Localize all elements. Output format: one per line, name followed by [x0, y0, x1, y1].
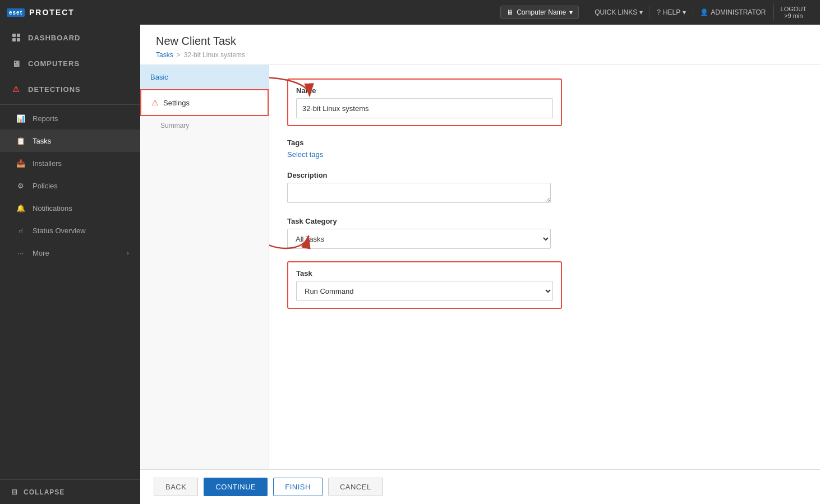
finish-button[interactable]: FINISH	[273, 478, 323, 496]
wizard-footer: BACK CONTINUE FINISH CANCEL	[140, 469, 820, 504]
breadcrumb-separator: >	[177, 51, 181, 59]
sidebar-item-reports[interactable]: 📊 Reports	[0, 107, 140, 130]
description-input[interactable]	[287, 183, 551, 203]
logout-button[interactable]: LOGOUT >9 min	[773, 3, 813, 21]
tags-field-group: Tags Select tags	[287, 138, 802, 159]
continue-button[interactable]: CONTINUE	[204, 478, 268, 496]
wizard-step-summary[interactable]: Summary	[140, 116, 269, 135]
monitor-icon: 🖥	[506, 8, 513, 16]
sidebar-status-label: Status Overview	[33, 226, 86, 235]
task-category-select[interactable]: All Tasks Operating System Security Netw…	[287, 229, 551, 249]
sidebar-collapse-button[interactable]: ⊟ COLLAPSE	[0, 480, 140, 504]
name-label: Name	[296, 86, 553, 95]
detections-icon: ⚠	[11, 84, 21, 94]
topbar: eset PROTECT 🖥 Computer Name ▾ QUICK LIN…	[0, 0, 820, 25]
logout-label: LOGOUT	[781, 6, 807, 12]
task-label: Task	[296, 269, 553, 278]
sidebar-item-detections[interactable]: ⚠ DETECTIONS	[0, 76, 140, 102]
sidebar-policies-label: Policies	[33, 182, 58, 190]
description-label: Description	[287, 171, 802, 179]
user-icon: 👤	[700, 8, 708, 16]
sidebar-more-label: More	[33, 249, 49, 257]
chevron-down-icon: ▾	[639, 8, 643, 16]
sidebar-tasks-label: Tasks	[33, 137, 51, 145]
administrator-label: ADMINISTRATOR	[711, 8, 766, 16]
eset-logo: eset	[7, 8, 25, 17]
sidebar-item-installers[interactable]: 📥 Installers	[0, 152, 140, 174]
page-header: New Client Task Tasks > 32-bit Linux sys…	[140, 25, 820, 65]
sidebar-computers-label: COMPUTERS	[28, 59, 80, 68]
wizard-steps: Basic ⚠ Settings Summary	[140, 65, 269, 469]
help-circle-icon: ?	[657, 8, 661, 16]
status-icon: ⑁	[16, 225, 26, 235]
help-label: HELP	[663, 8, 680, 16]
computers-icon: 🖥	[11, 58, 21, 68]
logo: eset PROTECT	[7, 8, 75, 17]
notifications-icon: 🔔	[16, 203, 26, 213]
description-field-group: Description	[287, 171, 802, 205]
sidebar-item-tasks[interactable]: 📋 Tasks	[0, 130, 140, 152]
breadcrumb-current: 32-bit Linux systems	[184, 51, 245, 59]
name-input[interactable]	[296, 98, 553, 118]
task-select[interactable]: Run Command Software Install Scan Update	[296, 281, 553, 301]
sidebar: DASHBOARD 🖥 COMPUTERS ⚠ DETECTIONS 📊 Rep…	[0, 25, 140, 504]
logout-time: >9 min	[784, 12, 803, 19]
tasks-icon: 📋	[16, 136, 26, 146]
task-category-field-group: Task Category All Tasks Operating System…	[287, 217, 802, 249]
quick-links-button[interactable]: QUICK LINKS ▾	[588, 6, 650, 19]
more-arrow-icon: ›	[127, 249, 129, 256]
wizard-step-basic-label: Basic	[150, 73, 168, 81]
collapse-icon: ⊟	[11, 488, 18, 496]
sidebar-installers-label: Installers	[33, 159, 62, 168]
wizard-step-basic[interactable]: Basic	[140, 65, 269, 89]
wizard-step-arrow	[262, 70, 269, 85]
computer-selector[interactable]: 🖥 Computer Name ▾	[500, 6, 579, 19]
collapse-label: COLLAPSE	[24, 488, 65, 496]
sidebar-item-dashboard[interactable]: DASHBOARD	[0, 25, 140, 50]
page-title: New Client Task	[156, 35, 804, 48]
sidebar-item-more[interactable]: ··· More ›	[0, 242, 140, 264]
sidebar-item-computers[interactable]: 🖥 COMPUTERS	[0, 50, 140, 76]
warning-icon: ⚠	[151, 98, 159, 107]
help-button[interactable]: ? HELP ▾	[650, 6, 693, 19]
sidebar-item-notifications[interactable]: 🔔 Notifications	[0, 197, 140, 219]
wizard-step-summary-label: Summary	[160, 122, 189, 130]
tags-select-link[interactable]: Select tags	[287, 150, 323, 159]
computer-name-label: Computer Name	[517, 8, 566, 16]
wizard-container: Basic ⚠ Settings Summary	[140, 65, 820, 469]
sidebar-divider-1	[0, 104, 140, 105]
wizard-step-settings-label: Settings	[163, 99, 190, 107]
tags-label: Tags	[287, 138, 802, 147]
administrator-button[interactable]: 👤 ADMINISTRATOR	[693, 6, 773, 19]
more-icon: ···	[16, 248, 26, 258]
dashboard-icon	[11, 33, 21, 43]
main-layout: DASHBOARD 🖥 COMPUTERS ⚠ DETECTIONS 📊 Rep…	[0, 25, 820, 504]
dropdown-arrow-icon: ▾	[569, 8, 573, 16]
task-category-label: Task Category	[287, 217, 802, 225]
sidebar-item-status-overview[interactable]: ⑁ Status Overview	[0, 219, 140, 242]
reports-icon: 📊	[16, 113, 26, 123]
policies-icon: ⚙	[16, 181, 26, 191]
installers-icon: 📥	[16, 158, 26, 168]
quick-links-label: QUICK LINKS	[595, 8, 637, 16]
sidebar-dashboard-label: DASHBOARD	[28, 34, 81, 42]
name-field-group: Name	[287, 78, 562, 126]
breadcrumb: Tasks > 32-bit Linux systems	[156, 51, 804, 59]
help-chevron-icon: ▾	[683, 8, 686, 16]
sidebar-notifications-label: Notifications	[33, 204, 72, 212]
wizard-form: Name Tags Select tags Description Task C…	[269, 65, 820, 469]
brand-name: PROTECT	[29, 8, 75, 17]
breadcrumb-tasks-link[interactable]: Tasks	[156, 51, 173, 59]
back-button[interactable]: BACK	[154, 478, 198, 496]
sidebar-bottom: ⊟ COLLAPSE	[0, 479, 140, 504]
content-area: New Client Task Tasks > 32-bit Linux sys…	[140, 25, 820, 504]
sidebar-detections-label: DETECTIONS	[28, 85, 81, 94]
sidebar-item-policies[interactable]: ⚙ Policies	[0, 174, 140, 197]
task-field-group: Task Run Command Software Install Scan U…	[287, 261, 562, 309]
wizard-step-settings[interactable]: ⚠ Settings	[140, 89, 269, 116]
sidebar-reports-label: Reports	[33, 114, 58, 123]
cancel-button[interactable]: CANCEL	[328, 478, 383, 496]
